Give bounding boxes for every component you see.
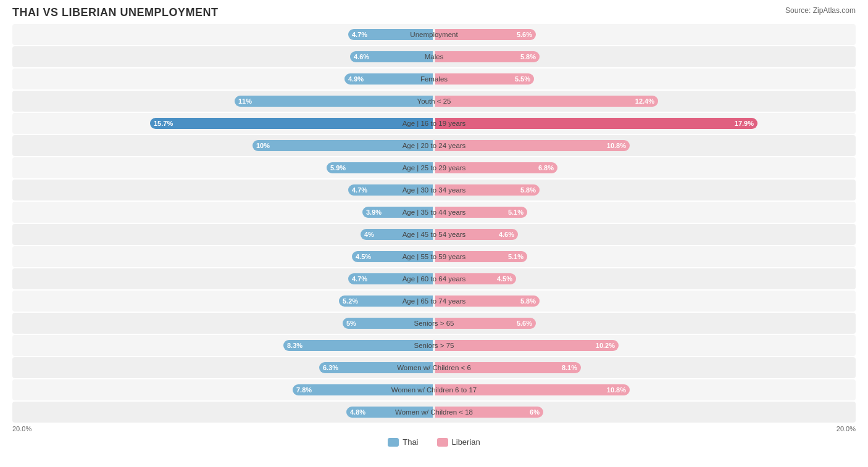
row-inner: 4.7% Age | 60 to 64 years 4.5% (12, 268, 856, 289)
row-inner: 4.7% Age | 30 to 34 years 5.8% (12, 180, 856, 200)
chart-source: Source: ZipAtlas.com (785, 6, 856, 15)
bar-left-wrapper: 7.8% (12, 379, 434, 400)
bar-right: 5.1% (435, 207, 527, 218)
bar-value-thai-inside: 15.7% (154, 120, 173, 127)
bar-value-thai-inside: 4.7% (352, 31, 367, 38)
bar-value-liberian-inside: 8.1% (562, 364, 577, 371)
bar-value-liberian-inside: 5.6% (517, 31, 532, 38)
bar-value-thai-inside: 7.8% (296, 386, 312, 394)
bar-value-thai-inside: 5% (346, 320, 356, 327)
bar-left-wrapper: 4.6% (12, 46, 434, 67)
bar-right: 4.6% (435, 229, 518, 240)
bar-left-wrapper: 5.2% (12, 291, 434, 312)
bar-right-wrapper: 12.4% (434, 91, 856, 112)
bar-value-liberian-inside: 5.8% (520, 186, 536, 194)
chart-row: 4.6% Males 5.8% (12, 46, 856, 67)
bar-left-wrapper: 4.7% (12, 268, 434, 289)
bar-left: 3.9% (362, 207, 433, 218)
bar-value-liberian-inside: 12.4% (635, 97, 654, 105)
bar-left: 8.3% (283, 340, 433, 351)
bar-right-wrapper: 5.8% (434, 46, 856, 67)
bar-left-wrapper: 8.3% (12, 335, 434, 356)
bar-left: 5.2% (339, 295, 433, 307)
bar-value-liberian-inside: 5.8% (520, 53, 536, 60)
bar-left: 4% (361, 229, 433, 240)
bar-left-wrapper: 4.5% (12, 246, 434, 267)
row-inner: 10% Age | 20 to 24 years 10.8% (12, 135, 856, 156)
chart-body: 4.7% Unemployment 5.6% 4.6% Males (12, 24, 856, 423)
bar-value-liberian-inside: 5.1% (508, 253, 524, 260)
chart-row: 5.2% Age | 65 to 74 years 5.8% (12, 291, 856, 312)
bar-right-wrapper: 4.5% (434, 268, 856, 289)
bar-right: 5.8% (435, 51, 540, 62)
bar-left: 4.8% (346, 407, 433, 418)
bar-value-liberian-inside: 5.5% (515, 75, 530, 83)
chart-row: 7.8% Women w/ Children 6 to 17 10.8% (12, 379, 856, 400)
bar-right-wrapper: 5.5% (434, 68, 856, 89)
chart-row: 4% Age | 45 to 54 years 4.6% (12, 224, 856, 245)
bar-value-thai-inside: 10% (256, 142, 270, 149)
row-inner: 11% Youth < 25 12.4% (12, 91, 856, 112)
legend-item-liberian: Liberian (437, 437, 480, 447)
bar-left-wrapper: 4.8% (12, 402, 434, 423)
bar-value-thai-inside: 3.9% (366, 209, 382, 216)
bar-left-wrapper: 4.7% (12, 24, 434, 45)
chart-row: 11% Youth < 25 12.4% (12, 91, 856, 112)
bar-right: 8.1% (435, 362, 581, 373)
bar-left: 5.9% (327, 162, 433, 173)
bar-left-wrapper: 4.7% (12, 180, 434, 200)
axis-left-label: 20.0% (12, 425, 31, 432)
chart-row: 4.8% Women w/ Children < 18 6% (12, 402, 856, 423)
legend-box-liberian (437, 438, 448, 447)
bar-right: 5.6% (435, 29, 536, 40)
chart-title: THAI VS LIBERIAN UNEMPLOYMENT (12, 6, 219, 19)
bar-value-thai-inside: 4.6% (354, 53, 369, 60)
bar-left: 7.8% (293, 384, 433, 395)
bar-right: 5.1% (435, 251, 527, 262)
bar-right: 10.2% (435, 340, 619, 351)
bar-left: 6.3% (319, 362, 433, 373)
bar-right-wrapper: 4.6% (434, 224, 856, 245)
bar-left-wrapper: 10% (12, 135, 434, 156)
bar-right-wrapper: 5.6% (434, 313, 856, 334)
bar-left-wrapper: 5% (12, 313, 434, 334)
bar-right: 6% (435, 407, 543, 418)
bar-right-wrapper: 5.8% (434, 180, 856, 200)
bar-right: 4.5% (435, 273, 516, 284)
bar-left: 4.7% (348, 184, 433, 196)
legend-label-liberian: Liberian (452, 437, 480, 447)
row-inner: 3.9% Age | 35 to 44 years 5.1% (12, 202, 856, 223)
bar-left-wrapper: 5.9% (12, 157, 434, 178)
bar-left-wrapper: 6.3% (12, 357, 434, 378)
bar-left-wrapper: 4.9% (12, 68, 434, 89)
bar-value-thai-inside: 4.7% (352, 275, 367, 283)
legend-item-thai: Thai (388, 437, 418, 447)
row-inner: 4.6% Males 5.8% (12, 46, 856, 67)
chart-row: 10% Age | 20 to 24 years 10.8% (12, 135, 856, 156)
bar-value-thai-inside: 4.8% (350, 408, 365, 416)
bar-right: 5.8% (435, 295, 540, 307)
chart-row: 15.7% Age | 16 to 19 years 17.9% (12, 113, 856, 134)
chart-row: 4.7% Age | 60 to 64 years 4.5% (12, 268, 856, 289)
chart-row: 4.5% Age | 55 to 59 years 5.1% (12, 246, 856, 267)
chart-row: 4.7% Unemployment 5.6% (12, 24, 856, 45)
bar-right-wrapper: 5.1% (434, 202, 856, 223)
bar-value-thai-inside: 5.9% (330, 164, 346, 172)
chart-container: THAI VS LIBERIAN UNEMPLOYMENT Source: Zi… (0, 0, 868, 467)
bar-value-liberian-inside: 10.8% (607, 142, 626, 149)
bar-right-wrapper: 5.1% (434, 246, 856, 267)
row-inner: 4.8% Women w/ Children < 18 6% (12, 402, 856, 423)
bar-right-wrapper: 5.6% (434, 24, 856, 45)
legend-label-thai: Thai (403, 437, 418, 447)
chart-row: 8.3% Seniors > 75 10.2% (12, 335, 856, 356)
bar-value-liberian-inside: 17.9% (735, 120, 754, 127)
axis-right-label: 20.0% (837, 425, 856, 432)
row-inner: 4% Age | 45 to 54 years 4.6% (12, 224, 856, 245)
axis-row: 20.0% 20.0% (12, 425, 856, 432)
bar-right-wrapper: 8.1% (434, 357, 856, 378)
bar-left: 11% (235, 96, 433, 107)
row-inner: 7.8% Women w/ Children 6 to 17 10.8% (12, 379, 856, 400)
row-inner: 5.2% Age | 65 to 74 years 5.8% (12, 291, 856, 312)
bar-value-liberian-inside: 5.1% (508, 209, 524, 216)
bar-right: 12.4% (435, 96, 658, 107)
